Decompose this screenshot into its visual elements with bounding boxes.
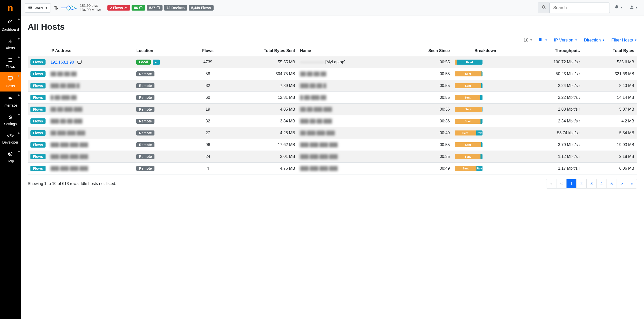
columns-selector[interactable]: ▼ <box>539 37 547 43</box>
throughput: 2.83 Mbit/s↑ <box>518 104 583 115</box>
interface-name: WAN <box>34 6 43 10</box>
sidebar-item-settings[interactable]: ▶ ⚙ Settings <box>0 111 21 129</box>
col-location[interactable]: Location <box>134 45 191 56</box>
flows-count: 24 <box>191 151 224 163</box>
ip-version-filter[interactable]: IP Version ▼ <box>554 37 577 43</box>
host-alias: [MyLaptop] <box>325 60 345 64</box>
ip-link[interactable]: ███.██.██.███ <box>51 119 83 123</box>
flows-link[interactable]: Flows <box>30 130 46 136</box>
life-ring-icon <box>8 151 13 158</box>
flows-link[interactable]: Flows <box>30 118 46 124</box>
host-name: ██.██.██.██ <box>300 72 326 76</box>
flows-link[interactable]: Flows <box>30 107 46 112</box>
flows-link[interactable]: Flows <box>30 71 46 77</box>
flows-link[interactable]: Flows <box>30 154 46 159</box>
page-button[interactable]: 3 <box>587 179 597 188</box>
seen-since: 00:55 <box>399 56 452 68</box>
col-throughput[interactable]: Throughput⌄ <box>518 45 583 56</box>
arrow-down-icon: ↓ <box>579 95 581 100</box>
flows-link[interactable]: Flows <box>30 83 46 88</box>
col-total-bytes[interactable]: Total Bytes <box>583 45 637 56</box>
total-bytes: 5.07 MB <box>583 104 637 115</box>
svg-rect-0 <box>8 77 13 79</box>
host-name: —————— <box>300 60 324 64</box>
user-menu-button[interactable]: ▼ <box>627 3 640 13</box>
badge-flows-alert[interactable]: 2 Flows ⚠ <box>107 5 130 11</box>
chevron-down-icon: ▼ <box>602 39 605 41</box>
col-name[interactable]: Name <box>298 45 399 56</box>
host-name: ██.███.███.███ <box>300 131 335 135</box>
gear-icon: ⚙ <box>8 114 13 120</box>
ip-link[interactable]: ███.██.███.█ <box>51 83 79 88</box>
page-button[interactable]: 2 <box>577 179 587 188</box>
chevron-right-icon: ▶ <box>18 75 20 77</box>
page-button[interactable]: 5 <box>607 179 617 188</box>
location-badge: Remote <box>136 142 154 147</box>
badge-devices[interactable]: 72 Devices <box>164 5 187 11</box>
location-badge: Remote <box>136 154 154 159</box>
sidebar-item-flows[interactable]: ▶ ☰ Flows <box>0 54 21 72</box>
badge-flows-total[interactable]: 5,449 Flows <box>189 5 214 11</box>
network-icon <box>153 60 160 65</box>
updown-arrows-icon: ⇅ <box>54 5 58 11</box>
chevron-right-icon: ▶ <box>18 37 20 40</box>
chevron-right-icon: ▶ <box>18 113 20 116</box>
col-seen-since[interactable]: Seen Since <box>399 45 452 56</box>
table-row: Flows ██.███.███.███ Remote 27 4.28 MB █… <box>28 127 637 139</box>
flows-count: 4739 <box>191 56 224 68</box>
col-flows[interactable]: Flows <box>191 45 224 56</box>
sidebar-item-alerts[interactable]: ▶ ⚠ Alerts <box>0 35 21 54</box>
col-breakdown[interactable]: Breakdown <box>452 45 518 56</box>
location-badge: Remote <box>136 119 154 124</box>
col-bytes-sent[interactable]: Total Bytes Sent <box>224 45 298 56</box>
page-button[interactable]: 4 <box>597 179 607 188</box>
total-bytes: 19.03 MB <box>583 139 637 151</box>
sidebar-item-interface[interactable]: ▶ Interface <box>0 92 21 111</box>
notifications-button[interactable]: ▼ <box>612 3 625 13</box>
ip-link[interactable]: ███.███.███.███ <box>51 154 88 159</box>
bytes-sent: 4.28 MB <box>224 127 298 139</box>
page-button[interactable]: > <box>617 179 627 188</box>
search-input[interactable] <box>549 3 610 13</box>
filter-hosts[interactable]: Filter Hosts ▼ <box>611 37 637 43</box>
page-button[interactable]: » <box>627 179 637 188</box>
pagesize-selector[interactable]: 10 ▼ <box>524 37 532 43</box>
seen-since: 00:49 <box>399 127 452 139</box>
total-bytes: 14.14 MB <box>583 92 637 104</box>
badge-hosts-remote[interactable]: 527 🖵 <box>147 5 162 11</box>
page-button[interactable]: 1 <box>567 179 577 188</box>
ip-link[interactable]: ██.███.███.███ <box>51 131 85 135</box>
columns-icon <box>539 37 543 43</box>
total-bytes: 6.06 MB <box>583 163 637 174</box>
monitor-icon: 🖵 <box>77 59 82 65</box>
badge-hosts-ok[interactable]: 86 🖵 <box>132 5 145 11</box>
ip-link[interactable]: 192.168.1.90 <box>51 60 74 64</box>
page-button[interactable]: < <box>556 179 567 188</box>
sidebar-item-help[interactable]: ▶ Help <box>0 148 21 167</box>
sidebar-item-hosts[interactable]: ▶ Hosts <box>0 72 21 92</box>
ethernet-icon <box>8 95 13 102</box>
direction-filter[interactable]: Direction ▼ <box>584 37 605 43</box>
page-button[interactable]: « <box>546 179 556 188</box>
ip-link[interactable]: ███.███.███.███ <box>51 143 88 147</box>
ip-link[interactable]: █.██.███.██ <box>51 95 77 100</box>
flows-link[interactable]: Flows <box>30 95 46 100</box>
flows-link[interactable]: Flows <box>30 166 46 171</box>
logo[interactable]: n <box>0 0 21 16</box>
col-ip[interactable]: IP Address <box>48 45 134 56</box>
arrow-up-icon: ↑ <box>579 166 581 170</box>
flows-link[interactable]: Flows <box>30 59 46 65</box>
search-button[interactable] <box>538 3 549 13</box>
ip-link[interactable]: ██.██.██.██ <box>51 72 77 76</box>
flows-link[interactable]: Flows <box>30 142 46 148</box>
flows-count: 32 <box>191 80 224 92</box>
ip-link[interactable]: ██.██.███.███ <box>51 107 83 111</box>
sidebar-item-developer[interactable]: ▶ </> Developer <box>0 129 21 148</box>
chevron-right-icon: ▶ <box>18 150 20 153</box>
bytes-sent: 304.75 MB <box>224 68 298 80</box>
ip-link[interactable]: ███.███.███.███ <box>51 166 88 170</box>
svg-rect-6 <box>31 7 31 8</box>
sidebar-item-dashboard[interactable]: ▶ Dashboard <box>0 16 21 35</box>
interface-selector[interactable]: WAN ▼ <box>25 3 51 13</box>
throughput: 1.12 Mbit/s↑ <box>518 151 583 163</box>
